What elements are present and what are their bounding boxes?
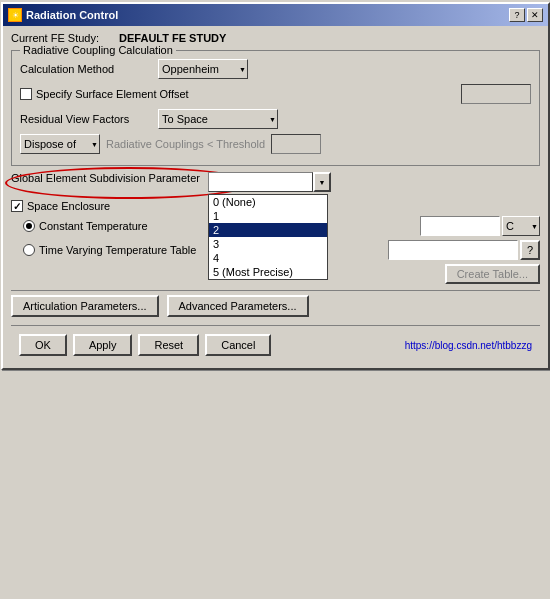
- temp-unit-select[interactable]: C F K: [502, 216, 540, 236]
- params-row: Articulation Parameters... Advanced Para…: [11, 295, 540, 317]
- subdiv-input[interactable]: 2: [208, 172, 313, 192]
- calc-method-label: Calculation Method: [20, 63, 150, 75]
- constant-temp-radio[interactable]: [23, 220, 35, 232]
- radiation-control-window: ☀ Radiation Control ? ✕ Current FE Study…: [1, 2, 550, 370]
- subdiv-dropdown-panel: 0 (None) 1 2 3 4 5 (Most Precise): [208, 194, 328, 280]
- advanced-params-button[interactable]: Advanced Parameters...: [167, 295, 309, 317]
- time-input-group: ?: [388, 240, 540, 260]
- help-button[interactable]: ?: [509, 8, 525, 22]
- calc-method-row: Calculation Method Oppenheim Gebhart Mon…: [20, 59, 531, 79]
- temp-value-input[interactable]: [420, 216, 500, 236]
- subdiv-label: Global Element Subdivision Parameter: [11, 172, 200, 184]
- space-enclosure-label: Space Enclosure: [27, 200, 110, 212]
- apply-button[interactable]: Apply: [73, 334, 133, 356]
- subdiv-option-2[interactable]: 2: [209, 223, 327, 237]
- fe-study-label: Current FE Study:: [11, 32, 99, 44]
- dispose-row: Dispose of Radiative Couplings < Thresho…: [20, 134, 531, 154]
- title-bar: ☀ Radiation Control ? ✕: [3, 4, 548, 26]
- temp-input-group: C F K: [420, 216, 540, 236]
- radiative-coupling-group: Radiative Coupling Calculation Calculati…: [11, 50, 540, 166]
- subdiv-option-4[interactable]: 4: [209, 251, 327, 265]
- fe-study-value: DEFAULT FE STUDY: [119, 32, 226, 44]
- threshold-label: Radiative Couplings < Threshold: [106, 138, 265, 150]
- subdiv-section: Global Element Subdivision Parameter 2 ▼…: [11, 172, 540, 192]
- fe-study-row: Current FE Study: DEFAULT FE STUDY: [11, 32, 540, 44]
- articulation-params-button[interactable]: Articulation Parameters...: [11, 295, 159, 317]
- time-varying-input[interactable]: [388, 240, 518, 260]
- subdiv-combo-container: 2 ▼ 0 (None) 1 2 3 4 5 (Most Precise): [208, 172, 331, 192]
- create-table-button[interactable]: Create Table...: [445, 264, 540, 284]
- residual-select[interactable]: To Space None Normalize: [158, 109, 278, 129]
- window-icon: ☀: [8, 8, 22, 22]
- constant-temp-label: Constant Temperature: [39, 220, 148, 232]
- subdiv-option-5[interactable]: 5 (Most Precise): [209, 265, 327, 279]
- reset-button[interactable]: Reset: [138, 334, 199, 356]
- bottom-bar: OK Apply Reset Cancel https://blog.csdn.…: [11, 330, 540, 362]
- time-question-button[interactable]: ?: [520, 240, 540, 260]
- subdiv-option-0[interactable]: 0 (None): [209, 195, 327, 209]
- residual-label: Residual View Factors: [20, 113, 150, 125]
- ok-button[interactable]: OK: [19, 334, 67, 356]
- surface-offset-input: 100000: [461, 84, 531, 104]
- dispose-select[interactable]: Dispose of: [20, 134, 100, 154]
- cancel-button[interactable]: Cancel: [205, 334, 271, 356]
- residual-row: Residual View Factors To Space None Norm…: [20, 109, 531, 129]
- calc-method-select-wrapper: Oppenheim Gebhart Monte Carlo: [158, 59, 248, 79]
- window-title: Radiation Control: [26, 9, 118, 21]
- subdiv-option-3[interactable]: 3: [209, 237, 327, 251]
- temp-unit-wrapper: C F K: [502, 216, 540, 236]
- surface-offset-checkbox[interactable]: [20, 88, 32, 100]
- calc-method-select[interactable]: Oppenheim Gebhart Monte Carlo: [158, 59, 248, 79]
- dispose-select-wrapper: Dispose of: [20, 134, 100, 154]
- surface-offset-row: Specify Surface Element Offset 100000: [20, 84, 531, 104]
- time-varying-label: Time Varying Temperature Table: [39, 244, 196, 256]
- footer-link: https://blog.csdn.net/htbbzzg: [405, 340, 532, 351]
- residual-select-wrapper: To Space None Normalize: [158, 109, 278, 129]
- subdiv-option-1[interactable]: 1: [209, 209, 327, 223]
- close-button[interactable]: ✕: [527, 8, 543, 22]
- threshold-input[interactable]: 0: [271, 134, 321, 154]
- group-title: Radiative Coupling Calculation: [20, 44, 176, 56]
- surface-offset-label: Specify Surface Element Offset: [36, 88, 189, 100]
- subdiv-dropdown-btn[interactable]: ▼: [313, 172, 331, 192]
- space-enclosure-checkbox[interactable]: ✓: [11, 200, 23, 212]
- time-varying-radio[interactable]: [23, 244, 35, 256]
